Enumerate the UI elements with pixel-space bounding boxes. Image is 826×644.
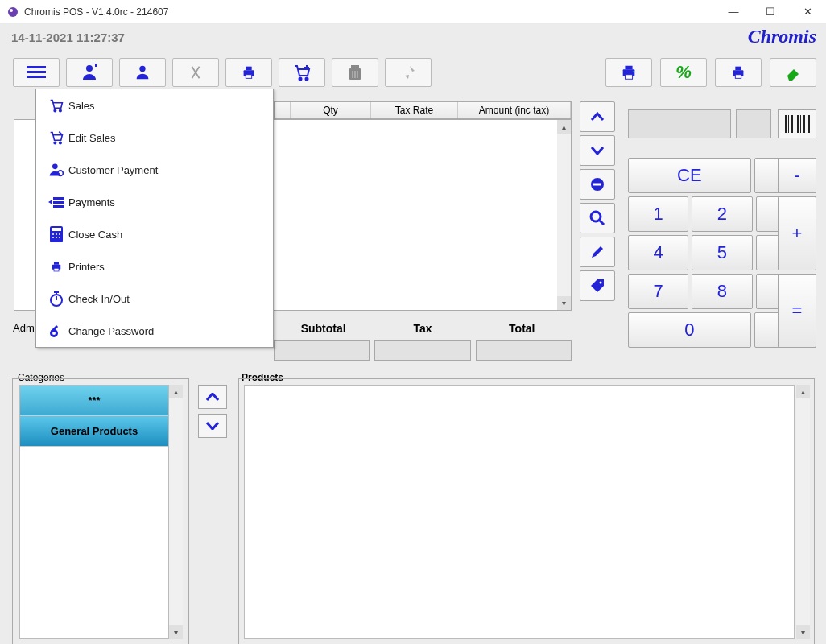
svg-point-0 [8,7,18,17]
window-maximize-button[interactable]: ☐ [752,0,789,24]
svg-rect-32 [53,205,64,208]
category-name: *** [88,394,100,407]
key-1[interactable]: 1 [628,196,688,232]
subtotal-label: Subtotal [274,322,373,335]
svg-rect-42 [54,262,59,265]
key-7[interactable]: 7 [628,274,688,309]
col-amount: Amount (inc tax) [458,102,571,118]
split-button[interactable] [172,58,219,87]
customer-button[interactable] [66,58,113,87]
keypad-ops: - + = [778,158,816,348]
scroll-up-icon[interactable]: ▴ [557,120,571,134]
category-up-button[interactable] [198,385,227,409]
key-plus[interactable]: + [778,196,816,270]
svg-rect-49 [593,184,601,186]
key-ce[interactable]: CE [628,158,751,193]
key-equals[interactable]: = [778,274,816,348]
calculator-icon [44,226,68,242]
scroll-down-icon[interactable]: ▾ [557,296,571,310]
ticket-grid-scrollbar[interactable]: ▴ ▾ [557,120,571,310]
svg-point-27 [60,142,61,143]
menu-item-label: Customer Payment [68,164,158,176]
col-rate: Tax Rate [371,102,458,118]
menu-toggle-button[interactable] [13,58,60,87]
menu-item-printers[interactable]: Printers [36,250,273,283]
svg-point-26 [54,142,56,143]
ticket-grid-header: Qty Tax Rate Amount (inc tax) [274,101,572,119]
menu-item-label: Edit Sales [68,132,116,144]
category-down-button[interactable] [198,414,227,438]
window-close-button[interactable]: ✕ [789,0,826,24]
line-up-button[interactable] [580,101,615,132]
svg-point-10 [299,78,302,80]
menu-item-label: Change Password [68,325,154,337]
attributes-button[interactable] [580,270,615,301]
svg-point-51 [600,282,602,284]
menu-item-customer-payment[interactable]: Customer Payment [36,154,273,186]
svg-point-28 [52,164,58,170]
menu-item-change-password[interactable]: Change Password [36,315,273,347]
svg-point-40 [59,237,60,238]
svg-rect-2 [27,66,46,68]
search-button[interactable] [580,203,615,233]
menu-item-sales[interactable]: Sales [36,89,273,122]
receipt-print-button[interactable] [605,58,652,87]
window-minimize-button[interactable]: ― [715,0,752,24]
menu-item-edit-sales[interactable]: Edit Sales [36,122,273,154]
menu-item-label: Payments [68,196,115,208]
line-remove-button[interactable] [580,169,615,200]
datetime-label: 14-11-2021 11:27:37 [11,31,125,44]
line-down-button[interactable] [580,135,615,166]
svg-rect-9 [246,75,251,79]
svg-rect-43 [54,268,59,271]
menu-item-label: Check In/Out [68,293,130,305]
menu-item-check-in-out[interactable]: Check In/Out [36,283,273,315]
key-minus[interactable]: - [778,158,816,193]
cart-button[interactable] [279,58,325,87]
print-button[interactable] [225,58,272,87]
menu-item-close-cash[interactable]: Close Cash [36,218,273,250]
menu-item-label: Printers [68,261,105,273]
totals-fields [274,340,572,361]
svg-rect-18 [625,66,632,70]
payments-icon [44,196,68,208]
svg-point-6 [139,66,145,72]
delete-button[interactable] [332,58,378,87]
scroll-down-icon[interactable]: ▾ [169,625,183,639]
scroll-up-icon[interactable]: ▴ [169,385,183,398]
menu-item-payments[interactable]: Payments [36,186,273,218]
products-list[interactable] [244,385,795,639]
svg-point-25 [60,109,61,111]
discount-button[interactable]: % [660,58,707,87]
categories-list[interactable]: *** General Products [19,385,169,639]
key-2[interactable]: 2 [692,196,752,232]
scroll-down-icon[interactable]: ▾ [796,625,810,639]
key-8[interactable]: 8 [692,274,752,309]
svg-rect-34 [52,228,61,231]
eraser-button[interactable] [770,58,816,87]
categories-scrollbar[interactable]: ▴ ▾ [169,385,183,639]
tax-value [374,340,470,361]
edit-line-button[interactable] [580,237,615,267]
category-item[interactable]: General Products [20,416,168,447]
scroll-up-icon[interactable]: ▴ [796,385,810,398]
category-item[interactable]: *** [20,386,168,416]
svg-point-38 [52,237,54,238]
svg-rect-55 [795,115,795,133]
svg-rect-22 [735,67,741,71]
numeric-display-small [736,109,771,138]
client-area: 14-11-2021 11:27:37 Chromis [0,24,826,644]
print2-button[interactable] [715,58,762,87]
key-0[interactable]: 0 [628,312,751,348]
svg-rect-59 [807,115,807,133]
col-qty: Qty [291,102,371,118]
svg-rect-13 [351,65,359,68]
pin-button[interactable] [385,58,432,87]
key-5[interactable]: 5 [692,235,752,270]
svg-rect-52 [785,115,787,133]
key-4[interactable]: 4 [628,235,688,270]
svg-rect-56 [797,115,799,133]
customer2-button[interactable] [119,58,166,87]
products-scrollbar[interactable]: ▴ ▾ [796,385,810,639]
barcode-button[interactable] [778,109,816,138]
